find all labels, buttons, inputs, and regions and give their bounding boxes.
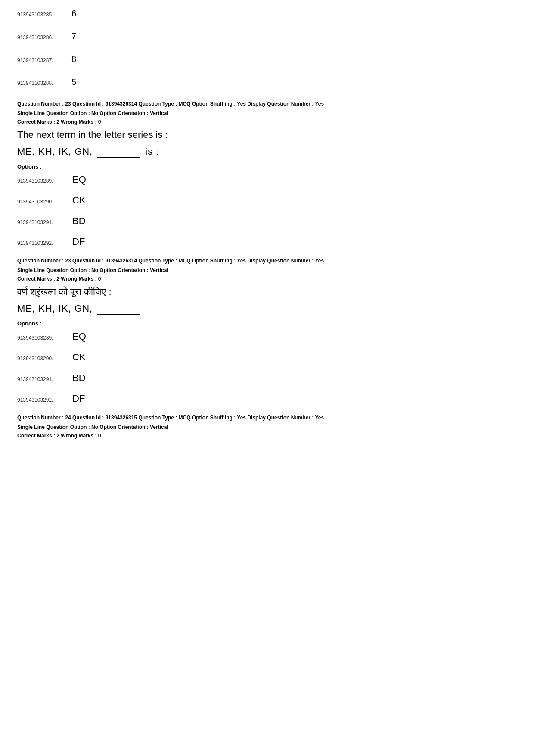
answer-value-285: 6 <box>71 9 76 19</box>
option-val-290-eng: CK <box>72 195 86 206</box>
option-id-289-hin: 913943103289. <box>17 335 69 341</box>
option-val-291-hin: BD <box>72 372 86 384</box>
question-24-meta2: Single Line Question Option : No Option … <box>17 423 517 431</box>
answer-row-286: 913943103286. 7 <box>17 31 517 41</box>
question-23-eng-series: ME, KH, IK, GN, is : <box>17 146 517 158</box>
option-id-290-eng: 913943103290. <box>17 199 69 205</box>
answer-id-287: 913943103287. <box>17 57 69 63</box>
answer-row-285: 913943103285. 6 <box>17 9 517 19</box>
answer-value-286: 7 <box>71 31 76 41</box>
option-val-289-eng: EQ <box>72 174 86 185</box>
question-23-english: Question Number : 23 Question Id : 91394… <box>17 100 517 247</box>
question-24: Question Number : 24 Question Id : 91394… <box>17 414 517 439</box>
question-23-hin-text: वर्ण श्रृंखला को पूरा कीजिए : <box>17 285 517 299</box>
option-id-292-hin: 913943103292. <box>17 397 69 403</box>
answer-row-287: 913943103287. 8 <box>17 54 517 64</box>
question-24-marks: Correct Marks : 2 Wrong Marks : 0 <box>17 433 517 439</box>
option-row-290-eng: 913943103290. CK <box>17 195 517 206</box>
option-row-290-hin: 913943103290. CK <box>17 352 517 363</box>
option-id-291-eng: 913943103291. <box>17 219 69 225</box>
blank-23-eng <box>97 146 140 158</box>
question-23-hin-meta2: Single Line Question Option : No Option … <box>17 266 517 274</box>
option-id-290-hin: 913943103290. <box>17 356 69 362</box>
answer-id-285: 913943103285. <box>17 12 69 18</box>
option-row-292-hin: 913943103292. DF <box>17 393 517 404</box>
option-val-290-hin: CK <box>72 352 86 363</box>
answer-value-287: 8 <box>71 54 76 64</box>
answer-value-288: 5 <box>71 77 76 87</box>
blank-23-hin <box>97 303 140 315</box>
option-row-291-hin: 913943103291. BD <box>17 372 517 384</box>
question-24-meta1: Question Number : 24 Question Id : 91394… <box>17 414 517 422</box>
option-id-292-eng: 913943103292. <box>17 240 69 246</box>
option-val-289-hin: EQ <box>72 331 86 342</box>
option-row-289-eng: 913943103289. EQ <box>17 174 517 185</box>
option-row-289-hin: 913943103289. EQ <box>17 331 517 342</box>
question-23-eng-meta1: Question Number : 23 Question Id : 91394… <box>17 100 517 108</box>
option-row-291-eng: 913943103291. BD <box>17 216 517 227</box>
question-23-hin-series: ME, KH, IK, GN, <box>17 303 517 315</box>
question-23-eng-text: The next term in the letter series is : <box>17 128 517 142</box>
prev-answers-section: 913943103285. 6 913943103286. 7 91394310… <box>17 9 517 87</box>
question-23-eng-marks: Correct Marks : 2 Wrong Marks : 0 <box>17 119 517 125</box>
option-val-291-eng: BD <box>72 216 86 227</box>
question-23-eng-options-label: Options : <box>17 163 517 170</box>
option-val-292-hin: DF <box>72 393 85 404</box>
option-row-292-eng: 913943103292. DF <box>17 236 517 247</box>
question-23-hin-meta1: Question Number : 23 Question Id : 91394… <box>17 257 517 265</box>
answer-row-288: 913943103288. 5 <box>17 77 517 87</box>
option-val-292-eng: DF <box>72 236 85 247</box>
answer-id-288: 913943103288. <box>17 80 69 86</box>
option-id-291-hin: 913943103291. <box>17 376 69 382</box>
question-23-hindi: Question Number : 23 Question Id : 91394… <box>17 257 517 404</box>
question-23-hin-options-label: Options : <box>17 320 517 327</box>
option-id-289-eng: 913943103289. <box>17 178 69 184</box>
question-23-eng-meta2: Single Line Question Option : No Option … <box>17 109 517 117</box>
answer-id-286: 913943103286. <box>17 34 69 41</box>
question-23-hin-marks: Correct Marks : 2 Wrong Marks : 0 <box>17 276 517 282</box>
